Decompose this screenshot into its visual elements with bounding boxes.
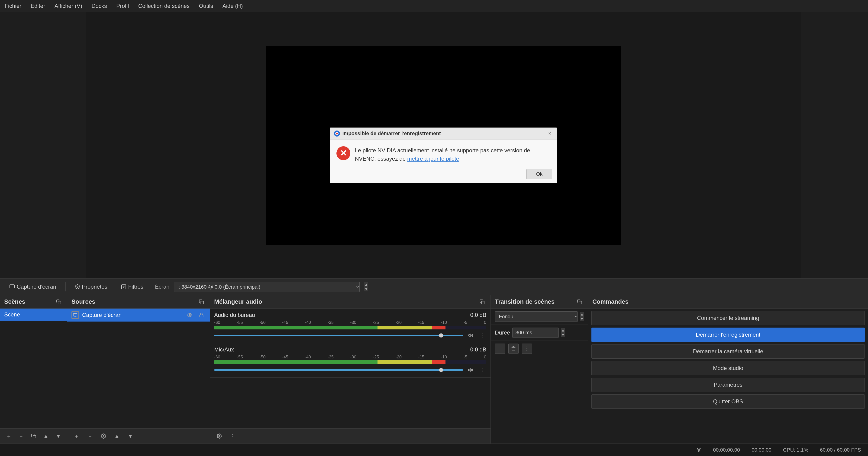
transition-select-row: Fondu ▲ ▼: [491, 308, 588, 325]
properties-tab[interactable]: Propriétés: [70, 282, 112, 292]
studio-mode-btn[interactable]: Mode studio: [591, 361, 865, 375]
sources-down-btn[interactable]: ▼: [125, 431, 135, 441]
audio-more-btn[interactable]: ⋮: [228, 431, 238, 441]
transitions-footer: ＋ ⋮: [491, 341, 588, 357]
audio-mute-mic[interactable]: [466, 366, 475, 374]
scenes-panel-title: Scènes: [4, 298, 25, 305]
scene-item[interactable]: Scène: [0, 308, 67, 321]
menu-outils[interactable]: Outils: [199, 3, 213, 9]
sources-settings-btn[interactable]: [98, 431, 108, 441]
menu-afficher[interactable]: Afficher (V): [55, 3, 82, 9]
scenes-up-btn[interactable]: ▲: [41, 431, 50, 441]
svg-point-25: [699, 451, 699, 452]
screen-select[interactable]: : 3840x2160 @ 0,0 (Écran principal): [174, 282, 360, 292]
duration-label: Durée: [495, 329, 510, 336]
scenes-down-btn[interactable]: ▼: [54, 431, 63, 441]
start-virtual-cam-btn[interactable]: Démarrer la caméra virtuelle: [591, 344, 865, 359]
audio-settings-btn[interactable]: [214, 431, 224, 441]
menu-docks[interactable]: Docks: [91, 3, 107, 9]
screen-spinbox[interactable]: ▲ ▼: [364, 282, 368, 291]
audio-controls-mic: ⋮: [214, 366, 486, 374]
menu-collection[interactable]: Collection de scènes: [138, 3, 190, 9]
capture-tab-label: Capture d'écran: [17, 284, 56, 290]
audio-more-mic[interactable]: ⋮: [478, 366, 486, 374]
audio-slider-thumb-bureau[interactable]: [439, 333, 443, 337]
audio-more-bureau[interactable]: ⋮: [478, 331, 486, 339]
scenes-copy-btn[interactable]: [29, 431, 38, 441]
transition-add-btn[interactable]: ＋: [495, 344, 505, 354]
duration-input[interactable]: [512, 328, 559, 338]
dialog-ok-button[interactable]: Ok: [526, 169, 552, 179]
transitions-panel: Transition de scènes Fondu ▲ ▼: [491, 295, 588, 444]
status-bar: 00:00:00.00 00:00:00 CPU: 1.1% 60.00 / 6…: [0, 444, 868, 456]
toolbar-divider-1: [65, 282, 66, 291]
audio-meter-mic: [214, 360, 486, 364]
sources-panel-title: Sources: [71, 298, 95, 305]
audio-slider-bureau[interactable]: [214, 335, 463, 336]
sources-remove-btn[interactable]: －: [85, 431, 95, 441]
sources-up-btn[interactable]: ▲: [112, 431, 122, 441]
transition-more-btn[interactable]: ⋮: [522, 344, 532, 354]
audio-panel-menu[interactable]: [478, 298, 486, 306]
status-cpu-value: CPU: 1.1%: [783, 447, 808, 453]
duration-spinbox[interactable]: ▲ ▼: [561, 328, 565, 337]
error-icon: ✕: [336, 146, 350, 160]
dialog-update-link[interactable]: mettre à jour le pilote: [407, 156, 459, 162]
start-recording-btn[interactable]: Démarrer l'enregistrement: [591, 328, 865, 342]
transition-remove-btn[interactable]: [508, 344, 519, 354]
menu-fichier[interactable]: Fichier: [5, 3, 21, 9]
duration-spinbox-up[interactable]: ▲: [561, 328, 565, 333]
transition-type-spinbox-down[interactable]: ▼: [580, 317, 584, 321]
dialog-message: Le pilote NVIDIA actuellement installé n…: [355, 146, 550, 163]
audio-slider-thumb-mic[interactable]: [439, 368, 443, 372]
transition-type-select[interactable]: Fondu: [495, 311, 578, 322]
svg-point-2: [336, 133, 338, 134]
scene-item-label: Scène: [4, 311, 20, 318]
source-monitor-icon: [71, 311, 79, 319]
audio-meter-level-mic: [445, 360, 486, 364]
quit-obs-btn[interactable]: Quitter OBS: [591, 394, 865, 409]
audio-slider-mic[interactable]: [214, 369, 463, 371]
sources-panel: Sources: [67, 295, 210, 444]
dialog-title-text: Impossible de démarrer l'enregistrement: [342, 131, 441, 136]
capture-tab[interactable]: Capture d'écran: [5, 282, 61, 292]
scenes-panel-header: Scènes: [0, 295, 67, 308]
audio-meter-level-bureau: [445, 326, 486, 329]
start-streaming-btn[interactable]: Commencer le streaming: [591, 311, 865, 325]
sources-panel-menu[interactable]: [197, 298, 206, 306]
source-lock-btn[interactable]: [197, 311, 206, 319]
transition-type-spinbox-up[interactable]: ▲: [580, 312, 584, 317]
scenes-panel-menu[interactable]: [55, 298, 63, 306]
audio-panel: Mélangeur audio Audio du bureau 0.0 dB: [210, 295, 491, 444]
spinbox-up[interactable]: ▲: [364, 282, 368, 287]
sources-add-btn[interactable]: ＋: [71, 431, 82, 441]
scenes-remove-btn[interactable]: －: [17, 431, 26, 441]
menu-profil[interactable]: Profil: [116, 3, 129, 9]
spinbox-down[interactable]: ▼: [364, 287, 368, 291]
audio-mute-bureau[interactable]: [466, 331, 475, 339]
preview-canvas-container: Impossible de démarrer l'enregistrement …: [86, 12, 801, 279]
menu-editer[interactable]: Editer: [31, 3, 45, 9]
source-visibility-btn[interactable]: [186, 311, 194, 319]
preview-canvas: Impossible de démarrer l'enregistrement …: [266, 46, 621, 245]
sources-panel-header: Sources: [67, 295, 210, 308]
scenes-add-btn[interactable]: ＋: [4, 431, 13, 441]
filtres-tab[interactable]: Filtres: [117, 282, 148, 292]
dialog-overlay: Impossible de démarrer l'enregistrement …: [266, 46, 621, 245]
source-controls: [186, 311, 206, 319]
settings-btn[interactable]: Paramètres: [591, 378, 865, 392]
audio-panel-header: Mélangeur audio: [210, 295, 491, 308]
transition-type-spinbox[interactable]: ▲ ▼: [580, 312, 584, 321]
dialog-close-button[interactable]: ×: [547, 130, 553, 137]
menu-aide[interactable]: Aide (H): [222, 3, 243, 9]
copy-audio-icon: [479, 299, 485, 304]
source-item[interactable]: Capture d'écran: [67, 308, 210, 322]
commands-content: Commencer le streaming Démarrer l'enregi…: [588, 308, 868, 444]
status-fps: 60.00 / 60.00 FPS: [820, 447, 861, 453]
speaker-icon-bureau: [468, 333, 473, 338]
duration-spinbox-down[interactable]: ▼: [561, 333, 565, 337]
panels-row: Scènes Scène ＋ －: [0, 295, 868, 444]
monitor-icon: [9, 284, 15, 290]
transitions-panel-menu[interactable]: [576, 298, 584, 306]
gear-audio-icon: [217, 433, 222, 438]
